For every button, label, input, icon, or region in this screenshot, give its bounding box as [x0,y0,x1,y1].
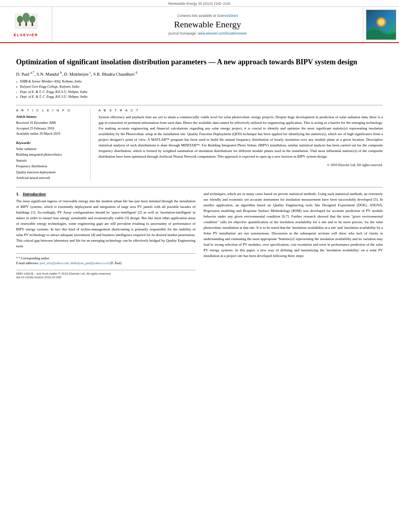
corresponding-footnote: * * Corresponding author. [16,256,195,261]
journal-title-main: Renewable Energy [174,19,241,30]
body-col-left: 1. Introduction The most significant ing… [16,191,195,279]
section1-title: Introduction [23,191,46,196]
email-1-link[interactable]: prof_arlx@yahoo.com [40,261,69,265]
journal-citation: Renewable Energy 35 (2010) 2182–2191 [168,2,230,6]
footer-doi: doi:10.1016/j.renene.2010.02.026 [16,275,195,279]
keywords-label: Keywords: [16,141,84,145]
svg-rect-5 [25,22,27,26]
history-accepted: Accepted 25 February 2010 [16,126,84,131]
footer-issn: 0960-1481/$ – see front matter © 2010 El… [16,272,195,275]
footer-bar: 0960-1481/$ – see front matter © 2010 El… [16,270,195,279]
affil-c: Dept. of E. & T, C. Engg, B.E.S.U, Shibp… [20,89,87,94]
article-info-abstract: A R T I C L E I N F O Article history: R… [16,109,383,181]
article-title: Optimization of significant insolation d… [16,58,383,67]
affiliations: a SSBB & Senior Member-ASQ, Kolkata, Ind… [16,79,383,99]
body-columns: 1. Introduction The most significant ing… [16,191,383,279]
abstract-label: A B S T R A C T [99,109,383,112]
page-wrapper: Renewable Energy 35 (2010) 2182–2191 [0,0,399,532]
email-2-link[interactable]: debkalyan_paul@yahoo.co.in [70,261,109,265]
keyword-5: Quality function deployment [16,169,84,175]
homepage-text: journal homepage: [169,31,198,35]
svg-point-7 [25,13,27,15]
divider-top [16,105,383,105]
journal-homepage-line: journal homepage: www.elsevier.com/locat… [169,31,247,35]
history-available: Available online 26 March 2010 [16,131,84,137]
renewable-word: renewable [62,199,77,203]
copyright-line: © 2010 Elsevier Ltd. All rights reserved… [99,163,383,167]
keyword-2: Building integrated photovoltaics [16,152,84,157]
journal-citation-bar: Renewable Energy 35 (2010) 2182–2191 [0,0,399,7]
authors-line: D. Paul a,*, S.N. Mandal b, D. Mukherjee… [16,71,383,76]
body-col-right: and techniques, which are in many cases … [204,191,383,279]
journal-cover-thumbnail: RenewableEnergyAN INTERNATIONALJOURNAL [366,10,396,40]
history-label: Article history: [16,115,84,119]
article-content: Optimization of significant insolation d… [0,43,399,287]
journal-cover-area: RenewableEnergyAN INTERNATIONALJOURNAL [363,7,399,42]
divider-middle [16,187,383,187]
sciencedirect-line: Contents lists available at ScienceDirec… [177,14,238,18]
email-footnote: E-mail addresses: prof_arlx@yahoo.com, d… [16,261,195,266]
keyword-3: Statistic [16,158,84,163]
svg-point-11 [378,19,385,25]
elsevier-tree-icon [12,12,40,32]
abstract-text: System efficiency and payback time are y… [99,115,383,160]
sciencedirect-link[interactable]: ScienceDirect [217,14,238,18]
affil-d: Dept. of E. & T, C. Engg, B.E.S.U, Shibp… [20,94,88,99]
affil-b: Kalyani Govt Engg College, Kalyani, Indi… [20,84,80,89]
svg-rect-6 [31,23,33,26]
body-text-right: and techniques, which are in many cases … [204,191,383,259]
journal-header-center: Contents lists available at ScienceDirec… [52,7,363,42]
section1-number: 1. [16,191,22,196]
elsevier-label-text: ELSEVIER [14,33,38,37]
svg-point-3 [29,16,35,23]
abstract-col: A B S T R A C T System efficiency and pa… [99,109,383,181]
svg-rect-4 [19,23,21,26]
journal-header: ELSEVIER Contents lists available at Sci… [0,7,399,43]
section1-heading: 1. Introduction [16,191,195,196]
cover-decoration [366,10,396,40]
keyword-6: Artificial neural network [16,175,84,181]
history-received: Received 16 December 2008 [16,120,84,126]
article-info-col: A R T I C L E I N F O Article history: R… [16,109,90,181]
keyword-1: Solar radiation [16,146,84,152]
affil-a: SSBB & Senior Member-ASQ, Kolkata, India [20,79,82,84]
sciencedirect-text: Contents lists available at [177,14,217,18]
elsevier-logo: ELSEVIER [12,12,40,37]
elsevier-logo-area: ELSEVIER [0,7,52,42]
keyword-4: Frequency distribution [16,163,84,169]
svg-point-1 [17,16,23,23]
article-info-label: A R T I C L E I N F O [16,109,84,112]
body-text-left: The most significant ingress of renewabl… [16,199,195,249]
footnote-area: * * Corresponding author. E-mail address… [16,253,195,266]
homepage-link[interactable]: www.elsevier.com/locate/renene [198,31,247,35]
email-label: E-mail addresses: [16,261,39,265]
